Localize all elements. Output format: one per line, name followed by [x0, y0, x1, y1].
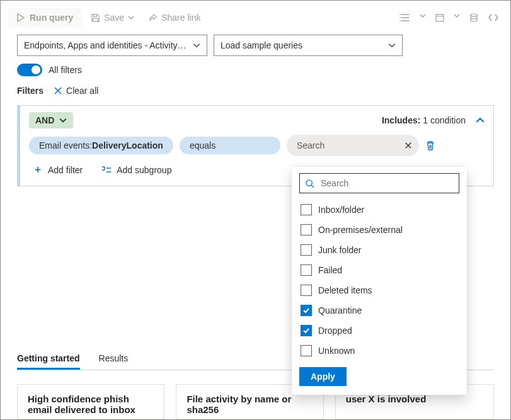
dropdown-item-label: Failed — [318, 265, 342, 275]
subgroup-icon — [101, 166, 112, 174]
clear-all-label: Clear all — [66, 86, 98, 96]
save-icon — [91, 13, 100, 23]
svg-rect-0 — [436, 14, 444, 21]
comparator-label: equals — [190, 140, 215, 150]
toolbar-right-icons — [399, 13, 499, 23]
dropdown-item[interactable]: Dropped — [299, 321, 459, 341]
database-icon[interactable] — [469, 13, 479, 23]
dropdown-search-input[interactable] — [319, 178, 454, 189]
checkbox[interactable] — [301, 325, 312, 336]
query-card[interactable]: High confidence phish email delivered to… — [17, 384, 164, 419]
operator-pill[interactable]: AND — [29, 112, 73, 128]
field-key: Email events: — [39, 140, 92, 150]
checkbox[interactable] — [301, 345, 312, 356]
checkbox[interactable] — [301, 204, 312, 215]
dropdown-item-label: Deleted items — [318, 285, 372, 295]
selectors-row: Endpoints, Apps and identities - Activit… — [1, 35, 510, 64]
share-icon — [148, 13, 158, 23]
search-icon — [305, 179, 314, 188]
list-view-icon[interactable] — [399, 13, 411, 23]
run-query-label: Run query — [30, 13, 73, 23]
dropdown-searchbox[interactable] — [299, 173, 459, 193]
checkbox[interactable] — [301, 264, 312, 276]
play-icon — [17, 13, 25, 22]
filters-header: Filters Clear all — [1, 85, 510, 103]
value-placeholder: Search — [297, 140, 324, 150]
apply-button[interactable]: Apply — [299, 367, 347, 386]
scope-combo[interactable]: Endpoints, Apps and identities - Activit… — [17, 35, 207, 56]
field-pill[interactable]: Email events: DeliveryLocation — [29, 137, 173, 154]
operator-label: AND — [35, 115, 54, 125]
delete-condition-button[interactable] — [425, 140, 435, 151]
dropdown-item[interactable]: Inbox/folder — [299, 200, 459, 220]
filters-label: Filters — [17, 86, 43, 96]
clear-value-button[interactable] — [399, 136, 418, 155]
dropdown-item-label: Dropped — [318, 326, 352, 336]
tab[interactable]: Getting started — [17, 347, 80, 370]
add-subgroup-button[interactable]: Add subgroup — [98, 164, 175, 176]
dropdown-item-label: Unknown — [318, 346, 355, 356]
close-icon — [54, 86, 62, 95]
sample-label: Load sample queries — [221, 40, 302, 50]
clear-all-button[interactable]: Clear all — [50, 85, 102, 96]
chevron-up-icon[interactable] — [476, 116, 485, 125]
chevron-down-icon — [388, 42, 396, 49]
toolbar: Run query Save Share link — [1, 1, 510, 35]
chevron-down-icon — [128, 14, 134, 21]
save-button[interactable]: Save — [86, 9, 139, 26]
dropdown-item-label: Junk folder — [318, 245, 361, 255]
chevron-down-icon[interactable] — [454, 13, 460, 23]
value-pill[interactable]: Search — [287, 135, 419, 156]
share-label: Share link — [161, 13, 200, 23]
condition-row: Email events: DeliveryLocation equals Se… — [29, 135, 485, 156]
calendar-icon[interactable] — [435, 13, 445, 23]
add-filter-button[interactable]: ＋ Add filter — [29, 162, 86, 177]
checkbox[interactable] — [301, 305, 312, 316]
add-subgroup-label: Add subgroup — [117, 165, 171, 175]
chevron-down-icon — [193, 42, 200, 49]
add-filter-label: Add filter — [48, 165, 83, 175]
includes-count: 1 condition — [423, 115, 466, 125]
scope-label: Endpoints, Apps and identities - Activit… — [24, 40, 187, 50]
checkbox[interactable] — [301, 244, 312, 256]
plus-icon: ＋ — [33, 163, 43, 176]
dropdown-item-label: Inbox/folder — [318, 205, 364, 215]
code-icon[interactable] — [488, 13, 499, 23]
checkbox[interactable] — [301, 224, 312, 236]
dropdown-item[interactable]: Deleted items — [299, 280, 459, 300]
dropdown-item[interactable]: Junk folder — [299, 240, 459, 260]
value-dropdown: Inbox/folderOn-premises/externalJunk fol… — [292, 167, 467, 395]
chevron-down-icon[interactable] — [420, 13, 426, 23]
allfilters-row: All filters — [1, 64, 510, 85]
tab[interactable]: Results — [99, 347, 129, 370]
run-query-button[interactable]: Run query — [8, 8, 82, 27]
svg-point-1 — [471, 14, 477, 16]
dropdown-item-label: Quarantine — [318, 305, 362, 315]
dropdown-item[interactable]: Failed — [299, 260, 459, 280]
dropdown-item-label: On-premises/external — [318, 225, 403, 235]
checkbox[interactable] — [301, 285, 312, 296]
chevron-down-icon — [59, 116, 67, 124]
save-label: Save — [104, 13, 124, 23]
svg-point-2 — [306, 179, 312, 185]
comparator-pill[interactable]: equals — [180, 137, 280, 154]
field-value: DeliveryLocation — [92, 140, 163, 150]
allfilters-toggle[interactable] — [17, 64, 42, 76]
allfilters-label: All filters — [49, 65, 82, 75]
includes-label: Includes: — [382, 115, 420, 125]
dropdown-item[interactable]: Unknown — [299, 341, 459, 361]
sample-queries-combo[interactable]: Load sample queries — [214, 35, 403, 56]
dropdown-item[interactable]: On-premises/external — [299, 220, 459, 240]
dropdown-item[interactable]: Quarantine — [299, 300, 459, 321]
share-link-button[interactable]: Share link — [143, 9, 205, 26]
